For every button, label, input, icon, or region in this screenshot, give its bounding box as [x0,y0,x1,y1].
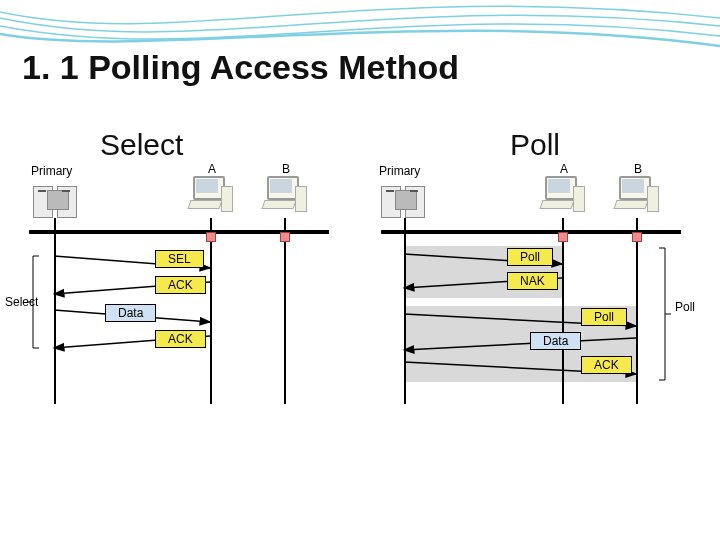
msg-tag: Data [530,332,581,350]
subheading-select: Select [100,128,183,162]
slide-title: 1. 1 Polling Access Method [22,48,459,87]
arrows-right [25,170,720,430]
msg-tag: Poll [581,308,627,326]
diagram-area: Primary A B Select [25,170,715,450]
msg-tag: ACK [581,356,632,374]
msg-tag: Poll [507,248,553,266]
svg-line-11 [404,338,636,350]
msg-tag: NAK [507,272,558,290]
subheading-poll: Poll [510,128,560,162]
